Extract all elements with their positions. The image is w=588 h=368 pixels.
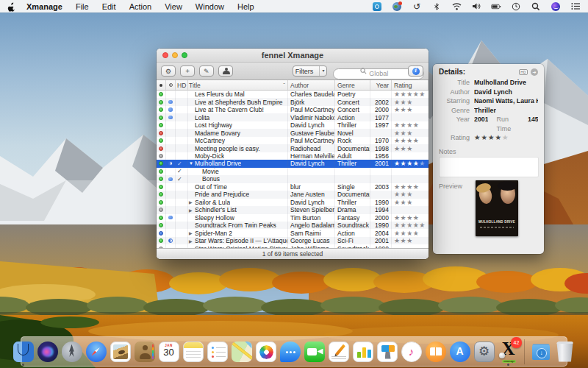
year-cell: 2000 [370, 214, 392, 222]
column-rating[interactable]: Rating [392, 80, 429, 90]
table-row[interactable]: Out of TimeblurSingle2003★★★★ [157, 183, 429, 191]
dock-preview[interactable] [109, 340, 132, 363]
dock-safari[interactable] [85, 340, 107, 363]
title-bar[interactable]: fennel Xmanage [157, 49, 429, 63]
disclosure-icon[interactable]: ▶ [189, 208, 195, 213]
dock-itunes[interactable] [400, 340, 423, 363]
dock-facetime[interactable] [303, 340, 326, 363]
dock-calendar[interactable]: JAN30 [157, 340, 180, 363]
clock-icon[interactable] [511, 1, 521, 12]
column-author[interactable]: Author [288, 80, 335, 90]
table-row[interactable]: Sleepy HollowTim BurtonFantasy2000★★★★ [157, 214, 429, 222]
bluetooth-icon[interactable] [431, 1, 442, 12]
rating-cell: ★★★★ [392, 137, 429, 144]
rating-stars: ★★★ [394, 130, 413, 137]
table-row[interactable]: ✓▼Mulholland DriveDavid LynchThriller200… [157, 160, 429, 167]
table-row[interactable]: Live at The Cavern Club!Paul McCartneyCo… [157, 106, 429, 113]
apple-menu[interactable] [7, 1, 17, 11]
disclosure-icon[interactable]: ▶ [189, 199, 195, 205]
pen-icon: ✎ [204, 68, 209, 75]
disclosure-icon[interactable]: ▶ [189, 230, 195, 236]
dock-system-preferences[interactable] [473, 340, 495, 363]
filters-dropdown[interactable]: Filters ▾ [293, 66, 328, 77]
dock-keynote[interactable] [376, 340, 398, 363]
table-row[interactable]: Pride and PrejudiceJane AustenDocumentar… [157, 191, 429, 198]
table-row[interactable]: ✓Movie [157, 168, 429, 175]
menu-edit[interactable]: Edit [102, 2, 116, 11]
menu-help[interactable]: Help [237, 2, 254, 11]
menu-xmanage[interactable]: Xmanage [26, 2, 62, 11]
column-status[interactable] [157, 80, 166, 90]
dock-downloads[interactable] [529, 340, 552, 363]
table-row[interactable]: Les Fleurs du MalCharles Baudela…Poetry★… [157, 91, 429, 98]
column-genre[interactable]: Genre [335, 80, 370, 90]
dock-reminders[interactable] [206, 340, 229, 363]
column-hd[interactable]: HD [176, 80, 188, 90]
notification-center-icon[interactable] [570, 1, 581, 12]
table-row[interactable]: Moby-DickHerman MelvilleAdult1956 [157, 152, 429, 160]
table-row[interactable]: ▶Sailor & LulaDavid LynchThriller1990★★★ [157, 199, 429, 206]
spotlight-icon[interactable] [531, 1, 541, 12]
close-button[interactable] [162, 52, 168, 58]
table-row[interactable]: Meeting people is easy.RadioheadDocument… [157, 144, 429, 152]
dock-xmanage[interactable]: X xmanage 42 [497, 340, 520, 363]
table-row[interactable]: ▶Star Wars: Episode II — L'Attaque de…Ge… [157, 237, 429, 244]
dock-finder[interactable] [12, 340, 35, 363]
table-row[interactable]: McCartneyPaul McCartneyRock1970★★★★ [157, 137, 429, 144]
wifi-icon[interactable] [451, 1, 462, 12]
dock-maps[interactable] [230, 340, 253, 363]
info-button[interactable] [408, 66, 423, 77]
calendar-day: 30 [159, 347, 179, 358]
dock-contacts[interactable] [133, 340, 156, 363]
time-machine-icon[interactable]: ↺ [412, 1, 422, 12]
table-row[interactable]: LolitaVladimir NabokovAction1977 [157, 113, 429, 121]
dock-pages[interactable] [327, 340, 350, 363]
table-row[interactable]: Live at Shepherds Bush EmpireBjörkConcer… [157, 98, 429, 105]
table-row[interactable]: ▶Schindler's ListSteven SpielbergDrama19… [157, 206, 429, 213]
siri-icon[interactable] [551, 1, 561, 12]
dock-siri[interactable] [36, 340, 59, 363]
column-disc[interactable] [166, 80, 176, 90]
settings-button[interactable]: ⚙ [161, 66, 176, 77]
table-row[interactable]: ✓Bonus [157, 175, 429, 183]
menu-file[interactable]: File [76, 2, 89, 11]
pages-icon [329, 342, 349, 362]
dock-numbers[interactable] [351, 340, 374, 363]
table-row[interactable]: Soundtrack From Twin PeaksAngelo Badalam… [157, 222, 429, 229]
menu-window[interactable]: Window [196, 2, 224, 11]
dock-messages[interactable] [279, 340, 301, 363]
circle-arrow-icon[interactable]: ➔ [531, 68, 538, 76]
contact-button[interactable] [218, 66, 233, 77]
menu-view[interactable]: View [165, 2, 182, 11]
details-rating-stars[interactable]: ★★★★ [474, 133, 502, 143]
edit-button[interactable]: ✎ [199, 66, 214, 77]
details-rating-stars-dim[interactable]: ★ [502, 133, 509, 143]
author-cell: Vladimir Nabokov [288, 113, 335, 121]
volume-icon[interactable] [471, 1, 481, 12]
dock-ibooks[interactable] [424, 340, 447, 363]
notes-field[interactable] [439, 157, 539, 177]
disclosure-icon[interactable]: ▼ [189, 161, 195, 166]
table-row[interactable]: ▶Spider-Man 2Sam RaimiAction2004★★★★ [157, 229, 429, 236]
table-row[interactable]: Lost HighwayDavid LynchThriller1997★★★★ [157, 121, 429, 129]
globe-icon[interactable] [392, 1, 402, 12]
xmanage-status-icon[interactable] [372, 1, 382, 12]
column-title[interactable]: Title ˆ [188, 80, 288, 90]
table-row[interactable]: Madame BovaryGustave FlaubertNovel★★★ [157, 129, 429, 136]
menu-action[interactable]: Action [129, 2, 152, 11]
year-cell: 1998 [370, 144, 392, 152]
half-blue-disc-icon [168, 238, 173, 243]
dock-app-store[interactable] [448, 340, 471, 363]
dock-photos[interactable] [254, 340, 277, 363]
disclosure-icon[interactable]: ▶ [189, 238, 195, 244]
add-button[interactable]: ＋ [180, 66, 195, 77]
author-cell: Paul McCartney [288, 106, 335, 113]
trash-icon [555, 342, 576, 362]
column-year[interactable]: Year [370, 80, 392, 90]
battery-icon[interactable] [491, 1, 501, 12]
dock-trash[interactable] [553, 340, 576, 363]
dock-launchpad[interactable] [60, 340, 83, 363]
zoom-button[interactable] [182, 52, 187, 58]
dock-notes[interactable] [182, 340, 204, 363]
minimize-button[interactable] [172, 52, 178, 58]
